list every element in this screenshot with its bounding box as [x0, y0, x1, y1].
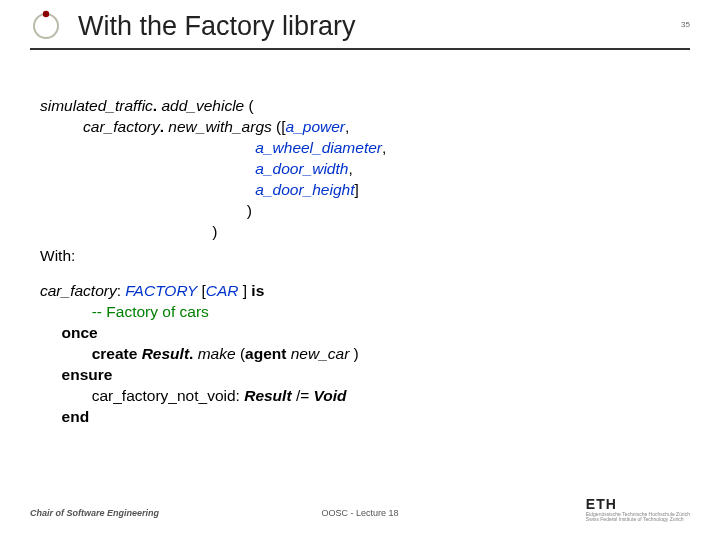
logo-icon [30, 10, 62, 42]
code-keyword: end [62, 408, 90, 425]
code-arg: a_power [286, 118, 345, 135]
code-text: , [382, 139, 386, 156]
code-block-2: car_factory: FACTORY [CAR ] is -- Factor… [40, 281, 690, 427]
code-text: new_with_args [164, 118, 276, 135]
eth-logo-text: ETH [586, 496, 690, 512]
code-text: Result [142, 345, 189, 362]
code-indent [40, 181, 255, 198]
svg-point-1 [43, 11, 49, 17]
code-keyword: is [251, 282, 264, 299]
code-indent [40, 345, 92, 362]
code-text: make [193, 345, 240, 362]
footer-left: Chair of Software Engineering [30, 508, 159, 518]
code-text: : [117, 282, 126, 299]
code-text: ( [249, 97, 254, 114]
code-text: Result [244, 387, 296, 404]
code-arg: a_door_height [255, 181, 354, 198]
code-indent [40, 139, 255, 156]
code-text: , [345, 118, 349, 135]
code-text: ) [40, 223, 217, 240]
code-keyword: ensure [62, 366, 113, 383]
code-arg: a_wheel_diameter [255, 139, 382, 156]
code-indent [40, 160, 255, 177]
code-text: ) [354, 345, 359, 362]
code-indent [40, 366, 62, 383]
code-keyword: once [62, 324, 98, 341]
code-text: simulated_traffic [40, 97, 153, 114]
code-indent [40, 408, 62, 425]
code-arg: a_door_width [255, 160, 348, 177]
code-indent [40, 118, 83, 135]
page-number: 35 [681, 20, 690, 29]
code-text: Void [314, 387, 347, 404]
content: simulated_traffic. add_vehicle ( car_fac… [30, 50, 690, 428]
with-label: With: [40, 246, 690, 267]
code-text: car_factory [83, 118, 160, 135]
eth-logo: ETH Eidgenössische Technische Hochschule… [586, 496, 690, 522]
code-text: car_factory_not_void: [40, 387, 244, 404]
code-text: car_factory [40, 282, 117, 299]
code-type: FACTORY [125, 282, 201, 299]
code-keyword: agent [245, 345, 291, 362]
code-comment: -- Factory of cars [40, 303, 209, 320]
code-keyword: create [92, 345, 142, 362]
code-text: , [348, 160, 352, 177]
slide: With the Factory library 35 simulated_tr… [0, 0, 720, 540]
code-text: ([ [276, 118, 285, 135]
code-indent [40, 324, 62, 341]
footer-center: OOSC - Lecture 18 [321, 508, 398, 518]
header: With the Factory library 35 [30, 0, 690, 50]
code-block-1: simulated_traffic. add_vehicle ( car_fac… [40, 96, 690, 242]
code-type: CAR [206, 282, 243, 299]
code-text: add_vehicle [157, 97, 248, 114]
code-text: ) [40, 202, 252, 219]
code-text: new_car [291, 345, 354, 362]
code-text: ] [354, 181, 358, 198]
eth-logo-sub2: Swiss Federal Institute of Technology Zu… [586, 517, 690, 522]
page-title: With the Factory library [78, 11, 356, 42]
svg-point-0 [34, 14, 58, 38]
code-text: /= [296, 387, 314, 404]
